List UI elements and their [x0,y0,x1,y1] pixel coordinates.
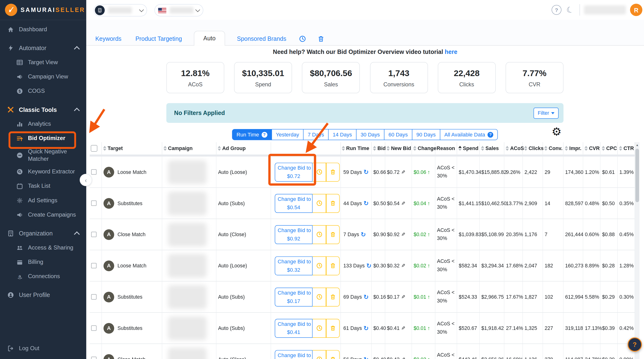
row-checkbox[interactable] [91,263,96,268]
marketplace-select[interactable] [154,4,204,17]
change-bid-button[interactable]: Change Bid to$0.42 [275,350,312,359]
history-clock-button[interactable] [312,350,326,359]
row-checkbox[interactable] [91,294,96,299]
column-header-cpc[interactable]: CPC [600,142,618,155]
sort-icon[interactable] [164,146,167,151]
tab-auto[interactable]: Auto [194,31,225,46]
column-header-ctr[interactable]: CTR [618,142,635,155]
range-button-run-time[interactable]: Run Time? [232,129,272,140]
column-header-campaign[interactable]: Campaign [162,142,216,155]
refresh-icon[interactable]: ↻ [364,169,369,175]
refresh-icon[interactable]: ↻ [364,294,369,300]
change-bid-button[interactable]: Change Bid to$0.72 [275,162,312,181]
sort-icon[interactable] [342,146,345,151]
delete-trash-button[interactable] [326,319,340,337]
scrollbar-thumb[interactable] [636,149,639,202]
brand-logo[interactable]: SAMURAISELLER [0,0,86,20]
edit-pencil-icon[interactable]: ✎ [401,294,405,300]
scroll-up-icon[interactable]: ▲ [636,143,639,146]
sidebar-item-user-profile[interactable]: User Profile [0,290,86,300]
delete-trash-button[interactable] [326,287,340,306]
chevron-up-icon[interactable] [74,46,80,52]
history-clock-button[interactable] [312,287,326,306]
delete-trash-button[interactable] [326,162,340,181]
refresh-icon[interactable]: ↻ [366,263,372,269]
chevron-up-icon[interactable] [74,231,80,237]
sidebar-item-log-out[interactable]: Log Out [0,343,93,353]
tab-product-targeting[interactable]: Product Targeting [136,35,182,46]
delete-trash-button[interactable] [326,225,340,244]
help-icon[interactable]: ? [552,5,562,15]
sidebar-item-dashboard[interactable]: Dashboard [0,25,86,34]
sort-icon[interactable] [584,146,588,151]
history-clock-button[interactable] [312,256,326,275]
history-clock-button[interactable] [312,162,326,181]
table-settings-gear-icon[interactable]: ⚙ [552,127,562,138]
tab-sponsored-brands[interactable]: Sponsored Brands [237,35,286,46]
sidebar-item-cogs[interactable]: $COGS [0,86,86,96]
dark-mode-icon[interactable]: ☾ [565,4,575,16]
row-checkbox[interactable] [91,201,96,206]
change-bid-button[interactable]: Change Bid to$0.92 [275,225,312,244]
filter-button[interactable]: Filter [534,107,559,119]
sidebar-item-task-list[interactable]: Task List [0,181,86,191]
column-header-change[interactable]: Change [412,142,435,155]
tab-trash-icon[interactable] [318,35,324,46]
sort-icon[interactable] [619,146,622,151]
sidebar-item-analytics[interactable]: Analytics [0,119,86,129]
organization-select[interactable] [94,4,147,17]
column-header-reason[interactable]: Reason [435,142,457,155]
row-checkbox[interactable] [91,325,96,331]
sort-icon[interactable] [544,146,548,151]
column-header-sales[interactable]: Sales [480,142,504,155]
range-button-30-days[interactable]: 30 Days [356,129,384,140]
edit-pencil-icon[interactable]: ✎ [401,169,405,175]
row-checkbox[interactable] [91,356,96,359]
refresh-icon[interactable]: ↻ [361,231,366,238]
delete-trash-button[interactable] [326,194,340,213]
sort-icon[interactable] [602,146,605,151]
sidebar-item-campaign-view[interactable]: Campaign View [0,72,86,82]
select-all-checkbox[interactable] [91,145,98,152]
sidebar-item-automator[interactable]: Automator [0,43,86,53]
sort-icon[interactable] [218,146,221,151]
sidebar-item-connections[interactable]: aConnections [0,272,86,281]
delete-trash-button[interactable] [326,350,340,359]
history-clock-button[interactable] [312,225,326,244]
refresh-icon[interactable]: ↻ [364,200,369,206]
column-header-bid[interactable]: Bid [372,142,385,155]
column-header-ad_group[interactable]: Ad Group [216,142,271,155]
table-scrollbar[interactable]: ▲ [635,142,640,359]
sidebar-item-keyword-extractor[interactable]: Keyword Extractor [0,167,86,177]
column-header-cvr[interactable]: CVR [583,142,600,155]
range-button-60-days[interactable]: 60 Days [384,129,412,140]
change-bid-button[interactable]: Change Bid to$0.54 [275,194,312,213]
user-avatar[interactable]: R [630,4,642,16]
sort-icon[interactable] [524,146,528,151]
history-clock-button[interactable] [312,319,326,337]
column-header-conv[interactable]: Conv. [543,142,564,155]
change-bid-button[interactable]: Change Bid to$0.17 [275,287,312,306]
sort-icon[interactable] [103,146,106,151]
tab-keywords[interactable]: Keywords [95,35,122,46]
column-header-run_time[interactable]: Run Time [341,142,372,155]
sidebar-item-quick-negative-matcher[interactable]: Quick Negative Matcher [0,148,86,162]
column-header-new_bid[interactable]: New Bid [385,142,412,155]
refresh-icon[interactable]: ↻ [364,356,369,359]
change-bid-button[interactable]: Change Bid to$0.41 [275,319,312,337]
edit-pencil-icon[interactable]: ✎ [401,200,405,206]
row-checkbox[interactable] [91,232,96,237]
sidebar-item-classic-tools[interactable]: Classic Tools [0,105,86,115]
edit-pencil-icon[interactable]: ✎ [401,232,405,237]
history-clock-button[interactable] [312,194,326,213]
sort-icon[interactable] [413,146,416,151]
range-button-7-days[interactable]: 7 Days [303,129,328,140]
sort-icon[interactable] [458,146,462,151]
refresh-icon[interactable]: ↻ [364,325,369,331]
row-checkbox[interactable] [91,169,96,175]
chevron-up-icon[interactable] [74,108,80,113]
range-button-yesterday[interactable]: Yesterday [271,129,304,140]
column-header-spend[interactable]: Spend [457,142,480,155]
sort-icon[interactable] [386,146,390,151]
sidebar-item-target-view[interactable]: Target View [0,58,86,67]
